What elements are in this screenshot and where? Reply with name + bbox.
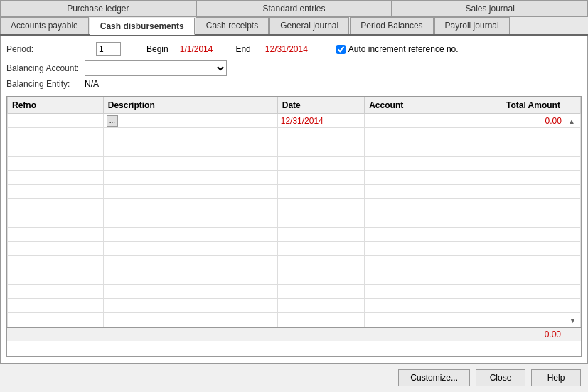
col-date-header: Date — [277, 97, 364, 114]
period-label: Period: — [6, 44, 85, 54]
period-input[interactable] — [96, 42, 121, 56]
balancing-account-row: Balancing Account: — [6, 60, 582, 76]
table-row — [8, 213, 581, 228]
table-header-row: Refno Description Date Account Total Amo… — [8, 97, 581, 114]
tab-sales-journal[interactable]: Sales journal — [392, 0, 588, 16]
auto-increment-row: Auto increment reference no. — [336, 44, 459, 54]
cell-scroll: ▲ — [565, 114, 580, 128]
tab-cash-disbursements[interactable]: Cash disbursements — [90, 18, 195, 35]
cell-amount[interactable]: 0.00 — [469, 114, 565, 128]
table-row — [8, 299, 581, 313]
end-label: End — [235, 44, 250, 54]
col-total-amount-header: Total Amount — [469, 97, 565, 114]
bottom-tab-row: Accounts payable Cash disbursements Cash… — [0, 17, 588, 36]
close-button[interactable]: Close — [476, 369, 525, 386]
table-row — [8, 157, 581, 171]
cell-account[interactable] — [365, 114, 469, 128]
table-row: ▼ — [8, 313, 581, 327]
tab-payroll-journal[interactable]: Payroll journal — [434, 17, 510, 34]
tab-general-journal[interactable]: General journal — [269, 17, 349, 34]
tab-purchase-ledger[interactable]: Purchase ledger — [0, 0, 196, 16]
balancing-entity-label: Balancing Entity: — [6, 79, 85, 89]
table-row: ... 12/31/2014 0.00 ▲ — [8, 114, 581, 128]
balancing-entity-value: N/A — [85, 79, 99, 89]
button-bar: Customize... Close Help — [0, 364, 588, 392]
table-row — [8, 270, 581, 285]
period-row: Period: Begin 1/1/2014 End 12/31/2014 Au… — [6, 42, 582, 56]
cell-description[interactable]: ... — [103, 114, 277, 128]
col-scroll-header — [565, 97, 580, 114]
table-row — [8, 199, 581, 213]
auto-increment-label: Auto increment reference no. — [348, 44, 459, 54]
begin-label: Begin — [146, 44, 169, 54]
table-row — [8, 228, 581, 242]
data-table-container: Refno Description Date Account Total Amo… — [6, 96, 582, 357]
help-button[interactable]: Help — [531, 369, 581, 386]
content-area: Period: Begin 1/1/2014 End 12/31/2014 Au… — [0, 36, 588, 364]
balancing-account-select[interactable] — [85, 60, 227, 76]
tab-period-balances[interactable]: Period Balances — [350, 17, 433, 34]
main-container: Purchase ledger Standard entries Sales j… — [0, 0, 588, 392]
cell-date[interactable]: 12/31/2014 — [277, 114, 364, 128]
footer-total: 0.00 — [545, 329, 578, 339]
data-table: Refno Description Date Account Total Amo… — [7, 97, 581, 327]
tab-cash-receipts[interactable]: Cash receipts — [196, 17, 269, 34]
balancing-account-label: Balancing Account: — [6, 63, 85, 73]
footer-row: 0.00 — [7, 327, 581, 341]
table-row — [8, 128, 581, 142]
table-row — [8, 171, 581, 185]
end-date: 12/31/2014 — [265, 44, 308, 54]
balancing-entity-row: Balancing Entity: N/A — [6, 79, 582, 89]
table-row — [8, 185, 581, 199]
col-account-header: Account — [365, 97, 469, 114]
cell-refno[interactable] — [8, 114, 104, 128]
begin-date: 1/1/2014 — [180, 44, 213, 54]
top-tab-row: Purchase ledger Standard entries Sales j… — [0, 0, 588, 17]
table-row — [8, 285, 581, 299]
table-row — [8, 142, 581, 157]
table-row — [8, 242, 581, 256]
auto-increment-checkbox[interactable] — [336, 45, 346, 54]
col-description-header: Description — [103, 97, 277, 114]
tab-standard-entries[interactable]: Standard entries — [196, 0, 392, 16]
ellipsis-button[interactable]: ... — [107, 115, 118, 127]
col-refno-header: Refno — [8, 97, 104, 114]
customize-button[interactable]: Customize... — [398, 369, 470, 386]
tab-accounts-payable[interactable]: Accounts payable — [0, 17, 89, 34]
table-row — [8, 256, 581, 270]
